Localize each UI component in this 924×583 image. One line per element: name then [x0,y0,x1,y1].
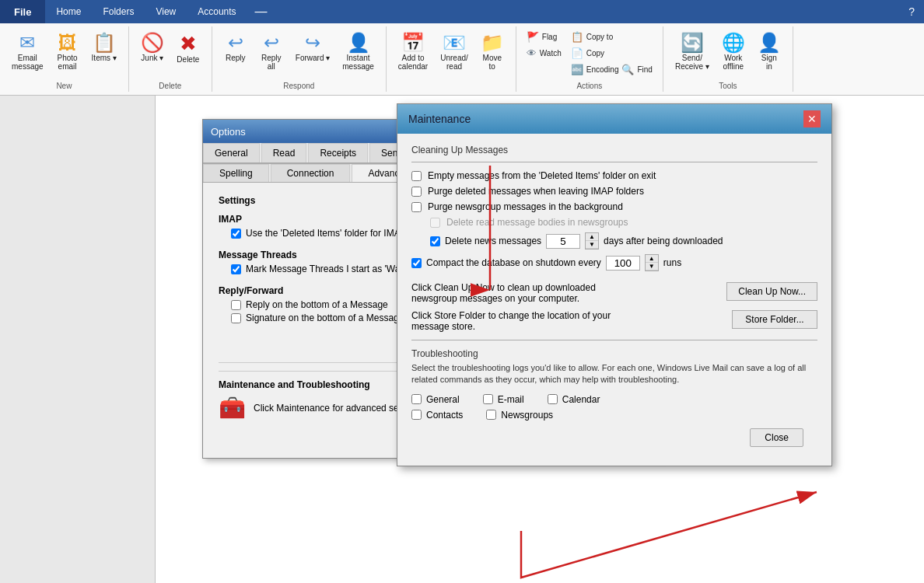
junk-button[interactable]: 🚫 Junk ▾ [135,30,170,66]
delete-news-spinner: ▲ ▼ [585,232,599,250]
empty-deleted-checkbox[interactable] [411,171,422,181]
reply-bottom-checkbox[interactable] [231,300,241,310]
purge-deleted-row: Purge deleted messages when leaving IMAP… [411,186,817,197]
copy-icon: 📄 [571,48,583,58]
email-message-label: Emailmessage [12,54,44,71]
empty-deleted-row: Empty messages from the 'Deleted Items' … [411,170,817,181]
unread-read-button[interactable]: 📧 Unread/read [435,30,474,75]
ribbon-toolbar: ✉ Emailmessage 🖼 Photoemail 📋 Items ▾ Ne… [0,23,924,96]
delete-news-days-input[interactable] [546,234,580,249]
purge-newsgroup-checkbox[interactable] [411,202,422,212]
calendar-group-items: 📅 Add tocalendar 📧 Unread/read 📁 Moveto [391,26,511,92]
ribbon-group-new: ✉ Emailmessage 🖼 Photoemail 📋 Items ▾ Ne… [0,26,129,92]
minimize-icon[interactable]: — [247,0,275,23]
cleaning-separator [411,162,817,162]
tab-accounts[interactable]: Accounts [187,0,247,23]
tab-spelling[interactable]: Spelling [203,164,269,182]
purge-deleted-label: Purge deleted messages when leaving IMAP… [428,186,644,197]
ts-newsgroups-checkbox[interactable] [486,410,496,420]
encoding-find-button[interactable]: 🔤 Encoding 🔍 Find [567,62,656,77]
find-label: Find [637,65,652,74]
store-folder-button[interactable]: Store Folder... [732,310,817,329]
forward-button[interactable]: ↪ Forward ▾ [290,30,335,66]
instant-message-button[interactable]: 👤 Instantmessage [337,30,380,75]
ts-general-checkbox[interactable] [411,394,422,404]
sign-in-button[interactable]: 👤 Signin [752,30,786,75]
copy-to-button[interactable]: 📋 Copy to [567,30,656,44]
reply-all-label: Replyall [261,54,282,71]
help-icon[interactable]: ? [899,0,924,23]
purge-deleted-checkbox[interactable] [411,187,422,197]
sidebar [0,96,156,583]
signature-bottom-label: Signature on the bottom of a Message [246,312,404,323]
items-label: Items ▾ [92,54,117,62]
flag-label: Flag [542,33,557,41]
compact-row: Compact the database on shutdown every ▲… [411,254,817,271]
tab-file[interactable]: File [0,0,45,23]
tab-folders[interactable]: Folders [92,0,145,23]
ts-contacts-item: Contacts [411,410,463,421]
tab-general[interactable]: General [203,143,260,162]
ts-email-checkbox[interactable] [483,394,493,404]
tools-group-label: Tools [716,80,740,92]
troubleshoot-desc: Select the troubleshooting logs you'd li… [411,362,817,386]
ribbon-tabs: File Home Folders View Accounts — ? [0,0,924,23]
copy-button[interactable]: 📄 Copy [567,46,656,61]
ts-contacts-checkbox[interactable] [411,410,422,420]
delete-label: Delete [177,55,199,64]
compact-spinner-up[interactable]: ▲ [646,255,658,263]
compact-checkbox[interactable] [411,258,422,268]
maintenance-close-button[interactable]: ✕ [803,110,821,127]
compact-runs-input[interactable] [606,256,640,271]
send-receive-button[interactable]: 🔄 Send/Receive ▾ [670,30,715,75]
maintenance-title: Maintenance [408,113,471,125]
options-title: Options [211,126,246,138]
forward-label: Forward ▾ [296,54,330,62]
ts-calendar-checkbox[interactable] [548,394,558,404]
ts-contacts-label: Contacts [426,410,463,421]
spinner-down[interactable]: ▼ [586,241,598,249]
photo-email-button[interactable]: 🖼 Photoemail [51,30,85,75]
spinner-up[interactable]: ▲ [586,233,598,241]
move-to-button[interactable]: 📁 Moveto [475,30,509,75]
store-folder-row: Click Store Folder to change the locatio… [411,310,817,332]
reply-bottom-label: Reply on the bottom of a Message [246,299,388,310]
ts-general-label: General [426,394,460,405]
close-maintenance-button[interactable]: Close [750,428,803,447]
flag-button[interactable]: 🚩 Flag [523,30,565,44]
move-label: Moveto [483,54,502,71]
actions-group-items: 🚩 Flag 👁 Watch 📋 Copy to [521,26,658,80]
reply-button[interactable]: ↩ Reply [219,30,253,66]
compact-spinner: ▲ ▼ [645,254,659,271]
work-offline-button[interactable]: 🌐 Workoffline [716,30,751,75]
items-button[interactable]: 📋 Items ▾ [86,30,122,66]
ts-general-item: General [411,394,460,405]
email-icon: ✉ [19,33,35,52]
troubleshoot-checkboxes: General E-mail Calendar [411,394,817,405]
delete-read-bodies-row: Delete read message bodies in newsgroups [430,217,817,228]
add-to-calendar-button[interactable]: 📅 Add tocalendar [393,30,433,75]
tab-home[interactable]: Home [45,0,92,23]
watch-button[interactable]: 👁 Watch [523,46,565,61]
email-message-button[interactable]: ✉ Emailmessage [6,30,49,75]
ribbon-group-delete: 🚫 Junk ▾ ✖ Delete Delete [129,26,212,92]
reply-all-icon: ↩ [264,33,279,52]
reply-all-button[interactable]: ↩ Replyall [254,30,289,75]
tab-connection[interactable]: Connection [271,164,351,182]
compact-spinner-down[interactable]: ▼ [646,263,658,271]
copy-label: Copy [586,49,604,58]
calendar-icon: 📅 [401,33,425,52]
tab-receipts[interactable]: Receipts [308,143,368,162]
delete-news-checkbox[interactable] [430,236,440,246]
imap-checkbox[interactable] [231,229,241,239]
calendar-label: Add tocalendar [398,54,428,71]
tab-read[interactable]: Read [261,143,307,162]
delete-button[interactable]: ✖ Delete [171,30,205,68]
signature-bottom-checkbox[interactable] [231,313,241,323]
photo-email-label: Photoemail [58,54,78,71]
message-threads-checkbox[interactable] [231,264,241,274]
cleanup-button[interactable]: Clean Up Now... [726,282,817,301]
delete-group-items: 🚫 Junk ▾ ✖ Delete [134,26,207,80]
delete-read-bodies-checkbox[interactable] [430,218,440,228]
tab-view[interactable]: View [145,0,187,23]
